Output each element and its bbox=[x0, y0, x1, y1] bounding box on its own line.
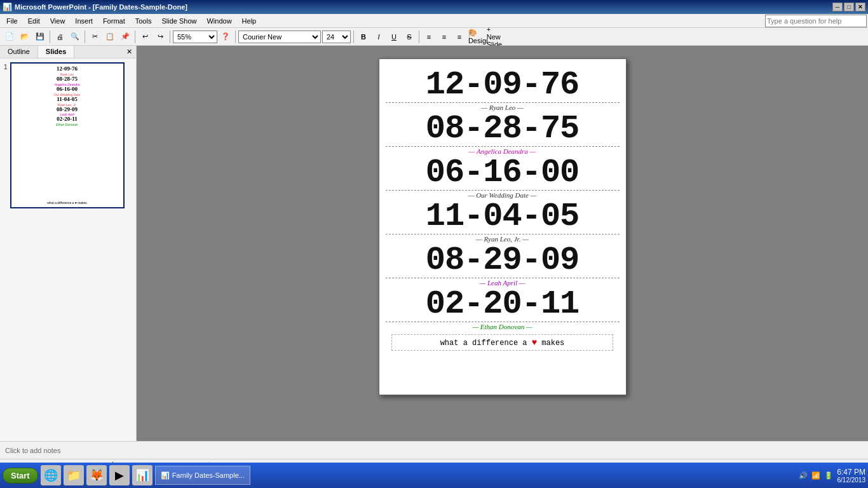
tray-icon-3: 🔋 bbox=[824, 471, 833, 480]
dashed-line-4 bbox=[386, 234, 620, 234]
thumb-date-2: 08-28-75 bbox=[57, 76, 78, 83]
align-left-button[interactable]: ≡ bbox=[422, 30, 436, 44]
slide-area[interactable]: 12-09-76 — Ryan Leo — 08-28-75 — Angelic… bbox=[137, 46, 868, 441]
slide-date-2: 08-28-75 bbox=[426, 112, 580, 146]
slide-date-6: 02-20-11 bbox=[426, 288, 580, 321]
zoom-select[interactable]: 55% 75% 100% bbox=[173, 30, 217, 43]
print-button[interactable]: 🖨 bbox=[53, 30, 67, 44]
slide-label-6: — Ethan Donovan — bbox=[472, 323, 532, 330]
sep1 bbox=[50, 30, 50, 43]
taskbar-app-ppt[interactable]: 📊 Family Dates-Sample... bbox=[155, 466, 250, 485]
open-button[interactable]: 📂 bbox=[18, 30, 32, 44]
taskbar-icon-ppt[interactable]: 📊 bbox=[132, 465, 153, 485]
slide-date-3: 06-16-00 bbox=[426, 156, 580, 189]
paste-button[interactable]: 📌 bbox=[118, 30, 132, 44]
underline-button[interactable]: U bbox=[387, 30, 401, 44]
slide-date-1: 12-09-76 bbox=[426, 69, 580, 102]
dashed-line-3 bbox=[386, 190, 620, 191]
thumb-footer: what a difference a ♥ makes bbox=[47, 201, 87, 205]
footer-text-before: what a difference a bbox=[440, 339, 532, 348]
clock: 6:47 PM 6/12/2013 bbox=[837, 468, 865, 484]
help-search-input[interactable] bbox=[765, 15, 867, 27]
window-controls: ─ □ ✕ bbox=[832, 3, 865, 11]
redo-button[interactable]: ↪ bbox=[153, 30, 167, 44]
slide-date-4: 11-04-05 bbox=[426, 200, 580, 233]
thumb-date-3: 06-16-00 bbox=[57, 86, 78, 93]
preview-button[interactable]: 🔍 bbox=[68, 30, 82, 44]
menu-format[interactable]: Format bbox=[98, 16, 130, 26]
menu-edit[interactable]: Edit bbox=[23, 16, 45, 26]
save-button[interactable]: 💾 bbox=[33, 30, 47, 44]
notes-area[interactable]: Click to add notes bbox=[0, 441, 868, 459]
panel-close-button[interactable]: ✕ bbox=[123, 46, 136, 58]
taskbar-app-icon: 📊 bbox=[161, 471, 170, 480]
align-right-button[interactable]: ≡ bbox=[452, 30, 466, 44]
minimize-button[interactable]: ─ bbox=[832, 3, 843, 11]
notes-placeholder: Click to add notes bbox=[5, 447, 60, 454]
tab-slides[interactable]: Slides bbox=[38, 46, 74, 58]
taskbar-icon-ie[interactable]: 🌐 bbox=[41, 465, 61, 485]
system-tray: 🔊 📶 🔋 6:47 PM 6/12/2013 bbox=[799, 468, 865, 484]
copy-button[interactable]: 📋 bbox=[103, 30, 117, 44]
taskbar-icon-media[interactable]: ▶ bbox=[109, 465, 130, 485]
strikethrough-button[interactable]: S bbox=[402, 30, 416, 44]
thumb-name-6: Ethan Donovan bbox=[56, 123, 78, 126]
slide-footer[interactable]: what a difference a ♥ makes bbox=[391, 334, 614, 351]
clock-time: 6:47 PM bbox=[837, 468, 865, 477]
undo-button[interactable]: ↩ bbox=[138, 30, 152, 44]
clock-date: 6/12/2013 bbox=[837, 477, 865, 484]
menu-tools[interactable]: Tools bbox=[130, 16, 157, 26]
bold-button[interactable]: B bbox=[356, 30, 370, 44]
sep3 bbox=[135, 30, 135, 43]
new-button[interactable]: 📄 bbox=[3, 30, 17, 44]
menu-insert[interactable]: Insert bbox=[70, 16, 98, 26]
taskbar-app-label: Family Dates-Sample... bbox=[172, 471, 245, 479]
main-toolbar: 📄 📂 💾 🖨 🔍 ✂ 📋 📌 ↩ ↪ 55% 75% 100% ❓ Couri… bbox=[0, 28, 868, 46]
slide-canvas[interactable]: 12-09-76 — Ryan Leo — 08-28-75 — Angelic… bbox=[379, 58, 627, 395]
dashed-line-1 bbox=[386, 102, 620, 103]
dashed-line-2 bbox=[386, 146, 620, 147]
window-title: Microsoft PowerPoint - [Family Dates-Sam… bbox=[15, 3, 832, 11]
thumb-date-6: 02-20-11 bbox=[57, 116, 78, 123]
sep5 bbox=[235, 30, 236, 43]
design-button[interactable]: 🎨 Design bbox=[472, 30, 486, 44]
help-button[interactable]: ❓ bbox=[219, 30, 233, 44]
slide-thumb-container-1: 1 12-09-76 Ryan Leo 08-28-75 Angelica De… bbox=[4, 62, 132, 208]
new-slide-button[interactable]: + New Slide bbox=[487, 30, 501, 44]
menu-slideshow[interactable]: Slide Show bbox=[156, 16, 201, 26]
sep4 bbox=[170, 30, 170, 43]
tray-icon-1: 🔊 bbox=[799, 471, 808, 480]
main-content: Outline Slides ✕ 1 12-09-76 Ryan Leo 08-… bbox=[0, 46, 868, 441]
taskbar: Start 🌐 📁 🦊 ▶ 📊 📊 Family Dates-Sample...… bbox=[0, 463, 868, 488]
tray-icon-2: 📶 bbox=[811, 471, 820, 480]
sep7 bbox=[419, 30, 419, 43]
menu-help[interactable]: Help bbox=[237, 16, 262, 26]
footer-heart: ♥ bbox=[532, 337, 537, 348]
cut-button[interactable]: ✂ bbox=[88, 30, 102, 44]
thumb-date-5: 08-29-09 bbox=[57, 107, 78, 113]
align-center-button[interactable]: ≡ bbox=[437, 30, 451, 44]
slides-panel[interactable]: 1 12-09-76 Ryan Leo 08-28-75 Angelica De… bbox=[0, 58, 136, 441]
title-bar: 📊 Microsoft PowerPoint - [Family Dates-S… bbox=[0, 0, 868, 14]
dashed-line-6 bbox=[386, 322, 620, 322]
sep6 bbox=[353, 30, 354, 43]
fontsize-select[interactable]: 24 bbox=[322, 30, 351, 43]
menu-file[interactable]: File bbox=[1, 16, 23, 26]
close-button[interactable]: ✕ bbox=[855, 3, 865, 11]
slide-thumbnail-1[interactable]: 12-09-76 Ryan Leo 08-28-75 Angelica Dean… bbox=[10, 62, 125, 208]
italic-button[interactable]: I bbox=[372, 30, 386, 44]
taskbar-icon-explorer[interactable]: 📁 bbox=[64, 465, 84, 485]
tab-outline[interactable]: Outline bbox=[0, 46, 38, 58]
restore-button[interactable]: □ bbox=[844, 3, 854, 11]
slide-date-5: 08-29-09 bbox=[426, 244, 580, 277]
menu-bar: File Edit View Insert Format Tools Slide… bbox=[0, 14, 868, 28]
footer-text-after: makes bbox=[541, 339, 564, 348]
menu-view[interactable]: View bbox=[45, 16, 71, 26]
taskbar-icon-firefox[interactable]: 🦊 bbox=[86, 465, 107, 485]
menu-window[interactable]: Window bbox=[201, 16, 236, 26]
start-button[interactable]: Start bbox=[3, 468, 38, 484]
font-select[interactable]: Courier New bbox=[238, 30, 321, 43]
app-icon: 📊 bbox=[3, 3, 12, 11]
thumb-date-4: 11-04-05 bbox=[57, 97, 78, 103]
panel-tabs: Outline Slides ✕ bbox=[0, 46, 136, 58]
